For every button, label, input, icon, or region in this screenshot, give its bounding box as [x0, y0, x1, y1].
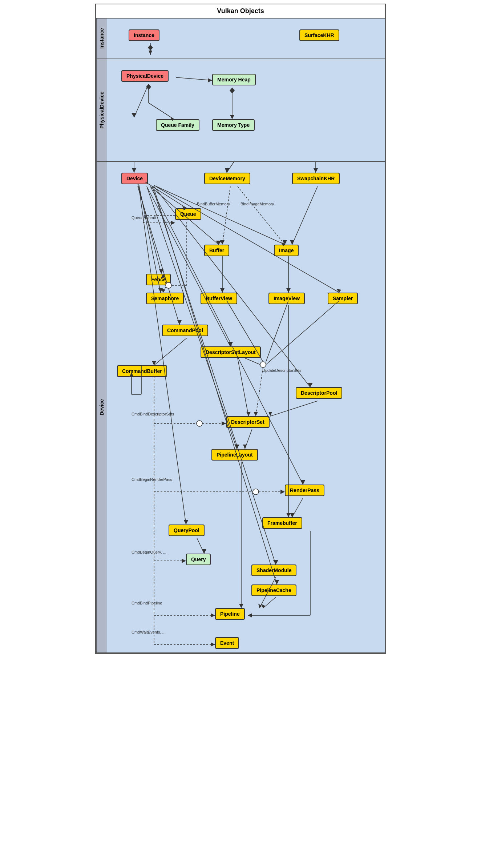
- label-bindimagememory: BindImageMemory: [240, 202, 274, 206]
- node-memoryheap: Memory Heap: [212, 74, 256, 85]
- node-commandpool: CommandPool: [162, 325, 208, 336]
- node-sampler: Sampler: [328, 293, 358, 304]
- svg-marker-97: [202, 549, 206, 554]
- svg-marker-88: [280, 490, 285, 494]
- svg-line-75: [245, 429, 252, 449]
- svg-marker-117: [161, 288, 165, 293]
- svg-marker-57: [290, 240, 294, 245]
- device-svg: [107, 162, 385, 652]
- svg-marker-31: [234, 445, 239, 449]
- svg-marker-53: [220, 288, 225, 293]
- svg-marker-39: [275, 580, 279, 584]
- svg-marker-102: [258, 604, 262, 608]
- svg-line-66: [266, 301, 288, 362]
- node-surfacekhr: SurfaceKHR: [299, 29, 339, 41]
- svg-marker-83: [239, 604, 243, 608]
- svg-line-4: [149, 103, 174, 119]
- device-section: Device Device DeviceMemory SwapchainKHR …: [96, 162, 385, 653]
- node-shadermodule: ShaderModule: [251, 564, 296, 576]
- svg-line-34: [139, 186, 186, 525]
- svg-line-116: [163, 287, 166, 293]
- svg-line-67: [266, 301, 339, 365]
- svg-marker-90: [290, 513, 294, 517]
- svg-point-64: [260, 362, 266, 367]
- node-queue: Queue: [175, 208, 201, 220]
- svg-line-62: [154, 338, 187, 365]
- svg-marker-110: [211, 642, 215, 647]
- svg-marker-51: [171, 221, 175, 225]
- node-semaphore: Semaphore: [146, 293, 184, 304]
- svg-marker-95: [248, 613, 252, 618]
- svg-line-7: [176, 77, 212, 80]
- svg-point-84: [253, 489, 259, 495]
- svg-line-56: [292, 186, 318, 245]
- svg-line-14: [145, 182, 187, 208]
- node-pipelinecache: PipelineCache: [251, 584, 296, 596]
- svg-marker-21: [158, 288, 163, 293]
- svg-marker-72: [246, 412, 251, 416]
- instance-content: Instance SurfaceKHR: [107, 19, 385, 59]
- main-container: Vulkan Objects Instance Instance Surface…: [95, 4, 386, 654]
- physdev-content: PhysicalDevice Memory Heap Queue Family …: [107, 59, 385, 161]
- node-descriptorpool: DescriptorPool: [296, 387, 342, 399]
- physdev-section: PhysicalDevice PhysicalDevice Memory Hea…: [96, 59, 385, 162]
- label-cmdbinddescriptorsets: CmdBindDescriptorSets: [132, 412, 174, 416]
- svg-line-69: [256, 367, 263, 416]
- svg-marker-6: [146, 84, 151, 90]
- svg-marker-47: [314, 168, 318, 173]
- svg-marker-11: [230, 88, 235, 93]
- node-devicememory: DeviceMemory: [204, 173, 250, 184]
- node-image: Image: [274, 245, 299, 256]
- svg-marker-37: [273, 560, 278, 564]
- node-descriptorsetlayout: DescriptorSetLayout: [201, 346, 261, 358]
- svg-line-103: [263, 597, 276, 608]
- node-query: Query: [186, 554, 211, 565]
- node-swapchain: SwapchainKHR: [292, 173, 340, 184]
- svg-line-12: [134, 84, 149, 117]
- device-content: Device DeviceMemory SwapchainKHR Queue B…: [107, 162, 385, 652]
- svg-marker-55: [286, 288, 291, 293]
- node-event: Event: [215, 637, 239, 649]
- node-device: Device: [121, 173, 148, 184]
- node-descriptorset: DescriptorSet: [226, 416, 270, 428]
- device-label: Device: [96, 162, 107, 652]
- label-cmdbeginquery: CmdBeginQuery, ...: [132, 550, 166, 554]
- svg-marker-100: [182, 559, 186, 563]
- svg-line-73: [270, 401, 318, 416]
- svg-marker-17: [177, 320, 182, 325]
- physdev-label: PhysicalDevice: [96, 59, 107, 161]
- svg-line-68: [245, 358, 260, 365]
- node-queuefamily: Queue Family: [156, 119, 199, 131]
- node-physicaldevice: PhysicalDevice: [121, 70, 169, 82]
- svg-marker-19: [159, 269, 163, 274]
- svg-line-71: [238, 358, 248, 416]
- label-cmdbindpipeline: CmdBindPipeline: [132, 601, 162, 605]
- svg-marker-59: [220, 240, 225, 245]
- node-instance: Instance: [129, 29, 159, 41]
- svg-line-18: [138, 184, 161, 274]
- svg-line-58: [222, 186, 230, 245]
- node-fence: Fence: [146, 274, 171, 285]
- node-renderpass: RenderPass: [285, 485, 324, 496]
- label-cmdbeginrenderpass: CmdBeginRenderPass: [132, 477, 172, 482]
- node-buffer: Buffer: [204, 245, 229, 256]
- node-querypool: QueryPool: [169, 525, 205, 536]
- instance-label: Instance: [96, 19, 107, 59]
- svg-marker-27: [228, 342, 233, 346]
- node-framebuffer: Framebuffer: [262, 517, 302, 529]
- node-memorytype: Memory Type: [212, 119, 255, 131]
- node-commandbuffer: CommandBuffer: [117, 365, 167, 377]
- svg-marker-33: [301, 480, 305, 485]
- svg-line-89: [292, 498, 303, 517]
- svg-marker-107: [211, 613, 215, 618]
- svg-marker-63: [152, 361, 156, 365]
- svg-marker-10: [230, 115, 234, 119]
- svg-line-44: [227, 162, 234, 173]
- svg-marker-76: [243, 445, 247, 449]
- node-imageview: ImageView: [268, 293, 305, 304]
- label-cmdwaitevents: CmdWaitEvents, ...: [132, 630, 166, 634]
- label-queuesubmit: QueueSubmit: [132, 216, 156, 220]
- svg-marker-92: [286, 513, 291, 517]
- label-updatedescriptorsets: UpdateDescriptorSets: [262, 368, 302, 373]
- svg-marker-74: [268, 412, 272, 416]
